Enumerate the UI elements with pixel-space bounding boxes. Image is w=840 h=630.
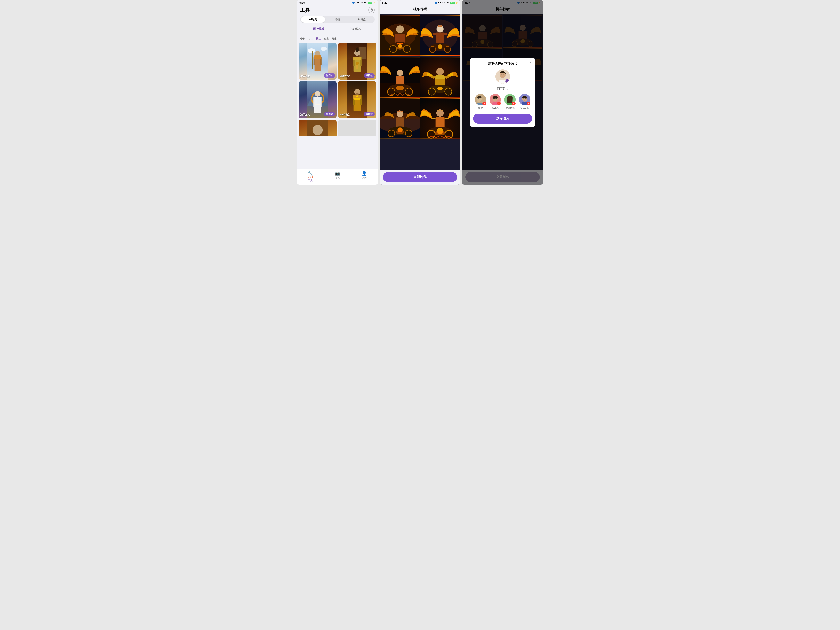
filter-boy[interactable]: 男童 [332,37,337,41]
svg-point-96 [445,130,453,138]
svg-point-20 [355,62,359,65]
svg-point-48 [403,46,411,52]
svg-point-146 [511,99,511,99]
divider-label: 而不是... [497,87,508,91]
svg-point-134 [480,98,482,101]
moto-image-2[interactable] [420,15,459,56]
tab-ai-effect[interactable]: AI特效 [350,16,374,22]
moto-image-5[interactable] [381,98,420,139]
svg-point-131 [503,75,504,75]
svg-rect-28 [313,97,316,107]
svg-rect-74 [445,76,449,78]
make-btn-2[interactable]: 做同款 [364,73,375,78]
svg-rect-93 [445,117,448,119]
make-now-btn-2[interactable]: 立即制作 [383,172,457,182]
tools-header: 工具 [297,5,378,16]
sub-tab-bar: 图片换装 视频换装 [297,26,378,35]
bottom-navigation: 🔧 龙宝宝 工具 📷 相机 👤 我的 [297,169,378,185]
grid-item-2[interactable]: 玩家悟空 做同款 [338,43,376,80]
svg-rect-8 [314,55,321,60]
svg-rect-9 [312,51,313,69]
grid-label-1: 腾云驾雾 [300,74,310,78]
grid-label-2: 玩家悟空 [340,74,350,78]
grid-item-6[interactable] [338,120,376,136]
x-badge-3: ✕ [512,101,516,105]
time-1: 5:25 [299,1,305,4]
filter-male[interactable]: 男生 [316,37,321,41]
make-btn-4[interactable]: 做同款 [364,112,375,117]
grid-item-5[interactable] [298,120,336,136]
svg-point-3 [321,47,327,51]
filter-girl[interactable]: 女童 [324,37,329,41]
svg-rect-38 [354,98,360,99]
select-photo-btn[interactable]: 选择照片 [473,114,532,124]
sub-tab-image[interactable]: 图片换装 [300,26,337,33]
svg-point-50 [397,47,403,50]
make-btn-1[interactable]: 做同款 [324,73,335,78]
page-title: 工具 [300,7,310,13]
svg-point-26 [315,91,321,96]
nav-tools[interactable]: 🔧 龙宝宝 工具 [297,171,324,182]
make-btn-3[interactable]: 做同款 [324,112,335,117]
svg-point-59 [444,46,451,53]
svg-point-44 [396,25,404,33]
grid-item-4[interactable]: 水畔悟空 做同款 [338,81,376,118]
svg-rect-83 [396,117,404,127]
bad-photo-item-2: ✕ 戴饰品 [489,94,501,109]
partial-row [297,120,378,150]
svg-rect-29 [320,97,322,107]
nav-camera-label: 相机 [324,176,351,179]
status-bar-2: 5:27 🔵 ✗ HD 4G 5G 100 ⚡ [380,0,461,5]
bad-photo-item-1: ✕ 侧脸 [475,94,486,109]
svg-rect-92 [432,117,436,119]
svg-rect-55 [433,33,436,35]
svg-rect-18 [353,57,362,60]
svg-point-85 [388,130,395,137]
status-bar-1: 5:25 🔵 ✗ HD 4G 5G 100 ⚡ [297,0,378,5]
svg-rect-56 [444,33,447,35]
bad-photos-section: ✕ 侧脸 [473,94,532,109]
filter-all[interactable]: 全部 [300,37,306,41]
x-badge-4: ✕ [527,101,531,105]
screen-tools: 5:25 🔵 ✗ HD 4G 5G 100 ⚡ 工具 [297,0,378,185]
modal-title: 需要这样的正脸照片 [473,62,532,66]
svg-rect-45 [395,34,405,43]
moto-image-3[interactable] [381,57,420,98]
svg-point-40 [313,125,323,135]
screen2-header: ‹ 机车行者 [380,5,461,14]
modal-close-btn[interactable]: ✕ [528,60,533,65]
sub-tab-video[interactable]: 视频换装 [337,26,374,33]
x-badge-2: ✕ [497,101,501,105]
moto-image-6[interactable] [420,98,459,139]
svg-point-17 [355,47,359,52]
tab-ai-photo[interactable]: AI写真 [301,16,325,22]
back-button-2[interactable]: ‹ [383,7,384,11]
svg-rect-72 [436,75,445,79]
moto-image-grid [380,14,461,154]
moto-image-4[interactable] [420,57,459,98]
grid-item-3[interactable]: 法天象地 做同款 [298,81,336,118]
nav-camera[interactable]: 📷 相机 [324,171,351,182]
grid-label-4: 水畔悟空 [340,113,350,117]
moto-image-1[interactable] [381,15,420,56]
bad-label-1: 侧脸 [478,106,483,109]
filter-female[interactable]: 女生 [308,37,313,41]
svg-point-47 [390,46,396,52]
grid-item-1[interactable]: 腾云驾雾 做同款 [298,43,336,80]
svg-point-58 [429,46,436,53]
svg-point-76 [428,88,435,95]
bad-photo-wrap-1: ✕ [475,94,486,105]
svg-point-60 [437,44,442,49]
history-icon[interactable] [368,7,375,13]
svg-point-78 [437,87,443,90]
svg-rect-54 [436,33,444,43]
bad-photo-wrap-3: ✕ [504,94,516,105]
svg-point-130 [501,75,502,75]
nav-tools-label: 工具 [297,179,324,182]
nav-profile[interactable]: 👤 我的 [351,171,378,182]
nav-badge-label: 龙宝宝 [297,176,324,179]
svg-rect-129 [499,80,506,84]
tab-poster[interactable]: 海报 [325,16,350,22]
svg-point-128 [500,72,505,78]
svg-point-95 [427,130,435,138]
